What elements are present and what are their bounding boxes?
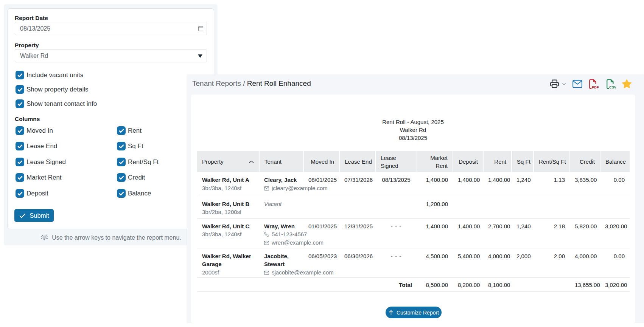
svg-text:CSV: CSV	[609, 85, 616, 89]
svg-text:PDF: PDF	[592, 85, 599, 89]
